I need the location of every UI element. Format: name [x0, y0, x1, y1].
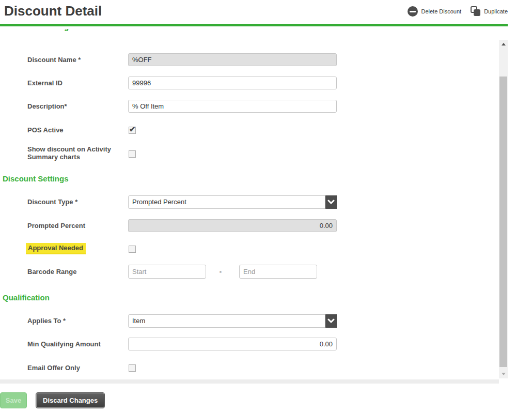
- barcode-range-label: Barcode Range: [27, 268, 126, 276]
- minus-circle-icon: [408, 6, 418, 17]
- discard-changes-button[interactable]: Discard Changes: [36, 393, 104, 408]
- checkmark-icon: ✔: [129, 125, 136, 134]
- scrollbar-thumb[interactable]: [499, 77, 507, 367]
- external-id-label: External ID: [27, 79, 126, 87]
- header-actions: Delete Discount Duplicate: [408, 6, 508, 17]
- approval-needed-checkbox[interactable]: [129, 246, 136, 253]
- footer-actions: Save Discard Changes: [0, 391, 532, 412]
- description-label: Description*: [27, 102, 126, 110]
- email-offer-only-checkbox[interactable]: [129, 364, 136, 372]
- triangle-down-icon: [502, 373, 506, 375]
- discount-type-selected-value: Prompted Percent: [128, 195, 325, 209]
- vertical-scrollbar[interactable]: [499, 40, 508, 378]
- discount-name-label: Discount Name *: [27, 56, 126, 64]
- duplicate-icon: [471, 6, 481, 17]
- page-title: Discount Detail: [4, 3, 102, 19]
- header-divider: [0, 24, 508, 26]
- discount-type-label: Discount Type *: [27, 198, 126, 206]
- section-discount-settings: Discount Settings: [3, 174, 69, 183]
- prompted-percent-input: [128, 219, 337, 232]
- external-id-input[interactable]: [128, 77, 337, 89]
- show-discount-checkbox[interactable]: [129, 150, 136, 158]
- duplicate-label: Duplicate: [484, 8, 508, 14]
- scroll-down-button[interactable]: [499, 370, 508, 378]
- email-offer-only-label: Email Offer Only: [27, 364, 126, 372]
- delete-discount-button[interactable]: Delete Discount: [408, 6, 461, 17]
- applies-to-selected-value: Item: [128, 314, 325, 328]
- applies-to-select[interactable]: Item: [128, 314, 337, 328]
- form-scroll-panel: g Discount Name * External ID Descriptio…: [0, 29, 499, 385]
- barcode-range-start-input[interactable]: [128, 265, 206, 279]
- chevron-down-icon[interactable]: [325, 314, 337, 328]
- description-input[interactable]: [128, 100, 337, 113]
- scroll-up-button[interactable]: [499, 40, 508, 49]
- show-discount-label: Show discount on Activity Summary charts: [27, 145, 126, 161]
- approval-needed-label: Approval Needed: [26, 243, 86, 253]
- triangle-up-icon: [502, 43, 506, 45]
- panel-bottom-edge: [0, 379, 499, 384]
- applies-to-label: Applies To *: [27, 317, 126, 325]
- prompted-percent-label: Prompted Percent: [27, 222, 126, 230]
- barcode-range-separator: -: [218, 268, 223, 276]
- discount-type-select[interactable]: Prompted Percent: [128, 195, 337, 209]
- barcode-range-end-input[interactable]: [239, 265, 317, 279]
- clipped-section-header-fragment: g: [64, 29, 72, 35]
- pos-active-label: POS Active: [27, 126, 126, 134]
- chevron-down-icon[interactable]: [325, 195, 337, 209]
- duplicate-button[interactable]: Duplicate: [471, 6, 508, 17]
- pos-active-checkbox[interactable]: ✔: [129, 127, 136, 134]
- min-qualifying-amount-label: Min Qualifying Amount: [27, 340, 126, 348]
- min-qualifying-amount-input[interactable]: [128, 338, 337, 350]
- delete-discount-label: Delete Discount: [421, 8, 461, 14]
- discount-name-input: [128, 53, 337, 66]
- page-header: Discount Detail Delete Discount Duplicat…: [0, 0, 532, 24]
- section-qualification: Qualification: [3, 293, 50, 302]
- save-button[interactable]: Save: [0, 392, 27, 408]
